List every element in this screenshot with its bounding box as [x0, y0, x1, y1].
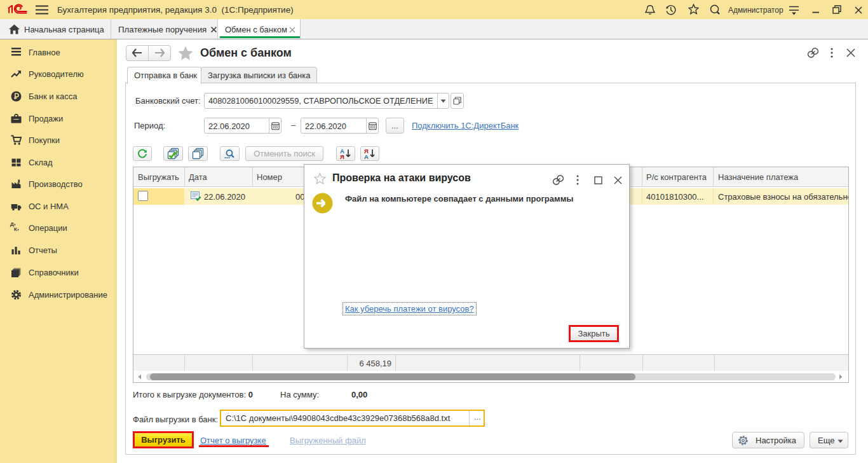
svg-text:А: А [364, 153, 369, 160]
svg-text:Я: Я [340, 153, 344, 160]
